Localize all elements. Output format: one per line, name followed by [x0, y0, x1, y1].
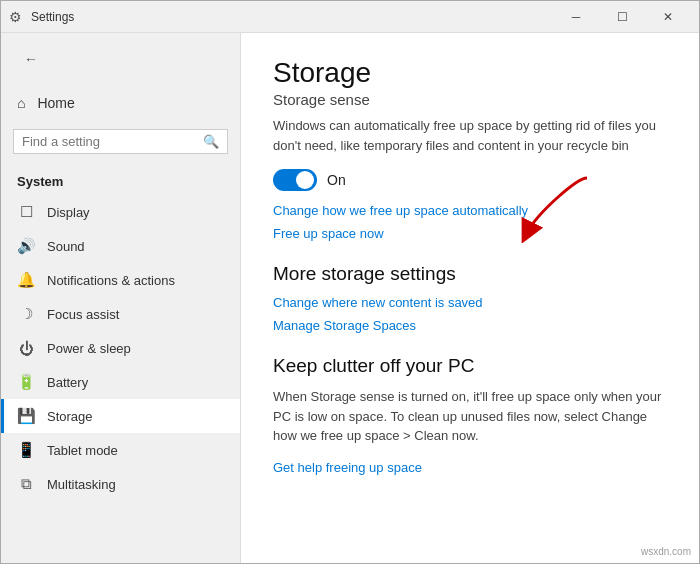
sidebar-nav-top: ← [1, 33, 240, 85]
notifications-icon: 🔔 [17, 271, 35, 289]
titlebar: ⚙ Settings ─ ☐ ✕ [1, 1, 699, 33]
sidebar-item-power[interactable]: ⏻ Power & sleep [1, 331, 240, 365]
display-icon: ☐ [17, 203, 35, 221]
clutter-heading: Keep clutter off your PC [273, 355, 667, 377]
close-button[interactable]: ✕ [645, 1, 691, 33]
storage-label: Storage [47, 409, 93, 424]
search-input[interactable] [22, 134, 197, 149]
free-up-space-link[interactable]: Free up space now [273, 226, 667, 241]
power-label: Power & sleep [47, 341, 131, 356]
search-icon: 🔍 [203, 134, 219, 149]
battery-label: Battery [47, 375, 88, 390]
window-title: Settings [31, 10, 553, 24]
change-how-link[interactable]: Change how we free up space automaticall… [273, 203, 667, 218]
settings-icon: ⚙ [9, 9, 25, 25]
links-section: Change how we free up space automaticall… [273, 203, 667, 241]
multitasking-icon: ⧉ [17, 475, 35, 493]
power-icon: ⏻ [17, 339, 35, 357]
main-content: Storage Storage sense Windows can automa… [241, 33, 699, 563]
sidebar-item-notifications[interactable]: 🔔 Notifications & actions [1, 263, 240, 297]
sidebar-item-focus[interactable]: ☽ Focus assist [1, 297, 240, 331]
window-controls: ─ ☐ ✕ [553, 1, 691, 33]
manage-storage-link[interactable]: Manage Storage Spaces [273, 318, 667, 333]
sound-label: Sound [47, 239, 85, 254]
minimize-button[interactable]: ─ [553, 1, 599, 33]
maximize-button[interactable]: ☐ [599, 1, 645, 33]
sidebar-item-battery[interactable]: 🔋 Battery [1, 365, 240, 399]
storage-sense-toggle-row: On [273, 169, 667, 191]
back-button[interactable]: ← [17, 45, 45, 73]
notifications-label: Notifications & actions [47, 273, 175, 288]
sidebar-item-storage[interactable]: 💾 Storage [1, 399, 240, 433]
system-section-header: System [1, 162, 240, 195]
more-settings-heading: More storage settings [273, 263, 667, 285]
clutter-description: When Storage sense is turned on, it'll f… [273, 387, 667, 446]
storage-description: Windows can automatically free up space … [273, 116, 667, 155]
tablet-icon: 📱 [17, 441, 35, 459]
get-help-link[interactable]: Get help freeing up space [273, 460, 667, 475]
sidebar-item-display[interactable]: ☐ Display [1, 195, 240, 229]
sidebar-item-tablet[interactable]: 📱 Tablet mode [1, 433, 240, 467]
storage-sense-subtitle: Storage sense [273, 91, 667, 108]
tablet-label: Tablet mode [47, 443, 118, 458]
home-icon: ⌂ [17, 95, 25, 111]
search-box[interactable]: 🔍 [13, 129, 228, 154]
page-title: Storage [273, 33, 667, 89]
battery-icon: 🔋 [17, 373, 35, 391]
focus-icon: ☽ [17, 305, 35, 323]
main-layout: ← ⌂ Home 🔍 System ☐ Display 🔊 Sound [1, 33, 699, 563]
sound-icon: 🔊 [17, 237, 35, 255]
toggle-label: On [327, 172, 346, 188]
focus-label: Focus assist [47, 307, 119, 322]
sidebar-item-home[interactable]: ⌂ Home [1, 85, 240, 121]
storage-icon: 💾 [17, 407, 35, 425]
sidebar-item-multitasking[interactable]: ⧉ Multitasking [1, 467, 240, 501]
home-label: Home [37, 95, 74, 111]
settings-window: ⚙ Settings ─ ☐ ✕ ← ⌂ Home 🔍 Sy [0, 0, 700, 564]
sidebar-item-sound[interactable]: 🔊 Sound [1, 229, 240, 263]
storage-sense-toggle[interactable] [273, 169, 317, 191]
watermark: wsxdn.com [641, 546, 691, 557]
change-where-link[interactable]: Change where new content is saved [273, 295, 667, 310]
sidebar: ← ⌂ Home 🔍 System ☐ Display 🔊 Sound [1, 33, 241, 563]
display-label: Display [47, 205, 90, 220]
multitasking-label: Multitasking [47, 477, 116, 492]
